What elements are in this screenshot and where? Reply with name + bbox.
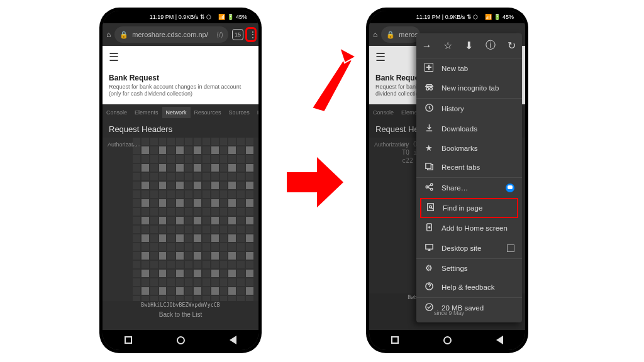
status-bar: 11:19 PM | 0.9KB/s ⇅ ⬡ 📶 🔋45% [103, 11, 258, 23]
page-header: ☰ [103, 46, 258, 69]
devtools-tabs: Console Elements Network Resources Sourc… [103, 104, 258, 118]
svg-rect-6 [425, 163, 430, 168]
menu-find-in-page[interactable]: Find in page [420, 198, 518, 218]
menu-share[interactable]: Share… [416, 178, 522, 198]
url-text: meros [399, 31, 418, 38]
status-bar: 11:19 PM | 0.9KB/s ⇅ ⬡ 📶 🔋45% [369, 11, 525, 23]
home-button[interactable] [443, 336, 452, 344]
back-link[interactable]: Back to the List [103, 309, 258, 321]
url-text: meroshare.cdsc.com.np/ [132, 31, 208, 38]
devtools-tab[interactable]: Info [253, 107, 258, 118]
home-icon[interactable]: ⌂ [373, 30, 377, 39]
tab-switcher[interactable]: 15 [232, 29, 243, 40]
svg-point-3 [426, 87, 428, 90]
devtools-tab[interactable]: Console [103, 107, 131, 118]
menu-bookmarks[interactable]: ★Bookmarks [416, 139, 522, 157]
lock-icon: 🔒 [119, 31, 128, 39]
svg-rect-13 [425, 244, 432, 250]
help-icon [424, 282, 434, 293]
gear-icon: ⚙ [424, 263, 434, 273]
home-button[interactable] [177, 336, 185, 344]
menu-downloads[interactable]: Downloads [416, 119, 522, 139]
hamburger-icon[interactable]: ☰ [109, 50, 119, 64]
back-button[interactable] [230, 336, 236, 344]
bookmark-star-icon[interactable]: ☆ [441, 40, 454, 52]
incognito-icon [424, 82, 434, 94]
svg-marker-0 [340, 48, 356, 63]
devtools-icon: ⟨/⟩ [216, 31, 223, 39]
lock-icon: 🔒 [386, 31, 395, 39]
data-saver-icon [424, 302, 434, 314]
more-menu-button[interactable]: ⋮ [245, 27, 257, 42]
svg-marker-2 [340, 48, 356, 63]
recents-button[interactable] [125, 336, 132, 344]
menu-desktop-site[interactable]: Desktop site [416, 238, 522, 259]
request-payload: Authorization [103, 138, 258, 301]
menu-help[interactable]: Help & feedback [416, 277, 522, 298]
download-icon[interactable]: ⬇ [463, 40, 475, 52]
menu-settings[interactable]: ⚙Settings [416, 259, 522, 277]
svg-point-11 [429, 206, 431, 208]
hamburger-icon[interactable]: ☰ [375, 50, 386, 64]
request-heading: Request Headers [103, 118, 258, 138]
section-title: Bank Request [109, 74, 252, 82]
menu-add-home[interactable]: Add to Home screen [416, 218, 522, 238]
chrome-menu-top-actions: → ☆ ⬇ ⓘ ↻ [416, 33, 522, 58]
browser-toolbar: ⌂ 🔒 meroshare.cdsc.com.np/ ⟨/⟩ 15 ⋮ [103, 23, 258, 46]
download-icon [424, 123, 434, 134]
plus-icon [424, 63, 434, 74]
reload-icon[interactable]: ↻ [505, 40, 518, 52]
messenger-badge-icon [506, 184, 514, 192]
annotation-arrow [294, 45, 357, 114]
star-icon: ★ [424, 143, 434, 153]
phone-left: 11:19 PM | 0.9KB/s ⇅ ⬡ 📶 🔋45% ⌂ 🔒 merosh… [99, 8, 262, 353]
devtools-tab[interactable]: Sources [225, 107, 253, 118]
menu-recent-tabs[interactable]: Recent tabs [416, 157, 522, 178]
transition-arrow [287, 157, 343, 207]
devtools-tab[interactable]: Elements [131, 107, 162, 118]
devtools-tab[interactable]: Resources [191, 107, 225, 118]
android-nav [369, 330, 525, 350]
svg-point-4 [430, 87, 432, 90]
recent-tabs-icon [424, 162, 434, 173]
add-home-icon [424, 222, 434, 234]
menu-new-tab[interactable]: New tab [416, 58, 522, 78]
svg-rect-10 [427, 204, 433, 211]
desktop-checkbox[interactable] [507, 244, 514, 252]
menu-history[interactable]: History [416, 99, 522, 119]
phone-right: 11:19 PM | 0.9KB/s ⇅ ⬡ 📶 🔋45% ⌂ 🔒 meros … [366, 8, 528, 353]
share-icon [424, 182, 434, 194]
back-button[interactable] [496, 336, 503, 344]
info-icon[interactable]: ⓘ [484, 39, 497, 52]
forward-icon[interactable]: → [421, 40, 433, 52]
url-bar[interactable]: 🔒 meroshare.cdsc.com.np/ ⟨/⟩ [114, 26, 228, 43]
android-nav [103, 330, 258, 350]
raw-footer: BwbHkiLCJObvBEZWxpdmVycCB [103, 301, 258, 309]
svg-marker-1 [312, 58, 352, 112]
devtools-tab[interactable]: Network [162, 107, 191, 118]
section-subtitle: Request for bank account changes in dema… [109, 84, 252, 98]
svg-point-7 [430, 184, 432, 185]
recents-button[interactable] [391, 336, 399, 344]
menu-incognito[interactable]: New incognito tab [416, 78, 522, 99]
desktop-icon [424, 243, 434, 254]
url-bar[interactable]: 🔒 meros [381, 26, 420, 43]
home-icon[interactable]: ⌂ [106, 30, 111, 39]
svg-point-9 [430, 189, 432, 190]
chrome-menu: → ☆ ⬇ ⓘ ↻ New tab New incognito tab Hist… [416, 33, 522, 322]
find-icon [425, 202, 435, 214]
history-icon [424, 103, 434, 114]
